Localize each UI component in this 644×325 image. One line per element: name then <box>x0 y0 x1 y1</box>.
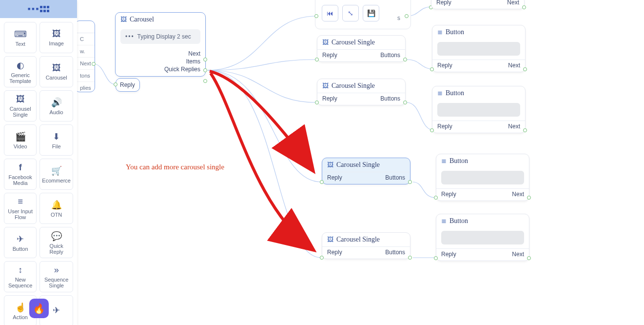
carousel-single-node-4[interactable]: 🖼Carousel Single Reply Buttons <box>322 232 410 259</box>
palette-label: File <box>52 143 61 149</box>
cs-reply: Reply <box>322 52 337 59</box>
cs-buttons: Buttons <box>385 174 405 181</box>
port[interactable] <box>92 62 96 66</box>
palette-file[interactable]: ⬇File <box>39 124 73 156</box>
button-placeholder <box>437 103 520 117</box>
cs-title: Carousel Single <box>332 82 375 90</box>
port[interactable] <box>114 82 117 86</box>
cs-reply: Reply <box>327 249 342 256</box>
button-node-2[interactable]: ≣Button Reply Next <box>432 86 526 133</box>
port[interactable] <box>434 196 438 200</box>
port-items[interactable] <box>203 68 207 72</box>
palette-image[interactable]: 🖼Image <box>39 22 73 53</box>
palette-label: Generic Template <box>6 72 34 84</box>
palette-carousel[interactable]: 🖼Carousel <box>39 56 73 87</box>
port[interactable] <box>403 101 407 104</box>
carousel-single-node-3-selected[interactable]: 🖼Carousel Single Reply Buttons <box>322 158 410 184</box>
carousel-single-node-2[interactable]: 🖼Carousel Single Reply Buttons <box>317 79 406 105</box>
port[interactable] <box>527 196 531 200</box>
palette-ecommerce[interactable]: 🛒Ecommerce <box>39 159 73 190</box>
palette-facebook-media[interactable]: fFacebook Media <box>4 159 37 190</box>
port[interactable] <box>434 256 438 260</box>
svg-rect-2 <box>47 6 49 8</box>
button-node-0[interactable]: Reply Next <box>431 0 525 9</box>
port[interactable] <box>320 180 324 184</box>
svg-rect-3 <box>40 10 42 12</box>
image-icon: 🖼 <box>322 82 329 90</box>
btn-next: Next <box>508 123 520 130</box>
annotation-text: You can add more carousel single <box>126 163 224 171</box>
palette-quick-reply[interactable]: 💬Quick Reply <box>39 227 73 258</box>
reply-mini-label: Reply <box>116 79 139 91</box>
palette-label: Carousel Single <box>6 106 34 118</box>
port[interactable] <box>527 256 531 260</box>
palette-label: Carousel <box>46 75 67 81</box>
carousel-node[interactable]: 🖼 Carousel ••• Typing Display 2 sec Next… <box>115 12 206 77</box>
port[interactable] <box>320 256 324 260</box>
svg-rect-1 <box>43 6 46 8</box>
carousel-out-items[interactable]: Items <box>120 58 200 65</box>
btn-next: Next <box>512 251 524 258</box>
cs-title: Carousel Single <box>336 161 380 169</box>
reply-mini-node[interactable]: Reply <box>116 78 140 92</box>
palette-generic-template[interactable]: ◐Generic Template <box>4 56 37 87</box>
palette-audio[interactable]: 🔊Audio <box>39 90 73 122</box>
palette-carousel-single[interactable]: 🖼Carousel Single <box>4 90 37 122</box>
button-node-3[interactable]: ≣Button Reply Next <box>436 154 529 201</box>
button-node-1[interactable]: ≣Button Reply Next <box>432 25 526 72</box>
port[interactable] <box>314 14 318 18</box>
hand-icon: ☝ <box>15 302 26 313</box>
partial-node-w: w. <box>75 45 95 58</box>
toolbar-btn-save[interactable]: 💾 <box>363 5 379 21</box>
partial-node-left[interactable]: C w. Next tons plies <box>75 20 95 92</box>
port-next[interactable] <box>203 58 207 61</box>
cart-icon: 🛒 <box>51 165 62 176</box>
list-icon: ≣ <box>441 217 447 225</box>
palette-label: Text <box>16 41 25 47</box>
flame-icon: 🔥 <box>32 302 46 315</box>
toolbar-btn-reset[interactable]: ⏮ <box>322 5 338 21</box>
palette-label: Video <box>14 143 27 149</box>
btn-reply: Reply <box>436 0 451 6</box>
cs-reply: Reply <box>327 174 342 181</box>
palette-user-input-flow[interactable]: ≡User Input Flow <box>4 193 37 224</box>
btn-title: Button <box>449 217 468 225</box>
palette-text[interactable]: ⌨Text <box>4 22 37 53</box>
help-launcher[interactable]: 🔥 <box>29 299 49 318</box>
port[interactable] <box>523 67 527 71</box>
port[interactable] <box>408 256 412 260</box>
send-icon: ✈ <box>17 234 24 244</box>
image-icon: 🖼 <box>322 39 329 46</box>
palette-new-sequence[interactable]: ↕New Sequence <box>4 261 37 292</box>
port[interactable] <box>430 128 434 132</box>
port[interactable] <box>522 5 526 9</box>
palette-video[interactable]: 🎬Video <box>4 124 37 156</box>
palette-otn[interactable]: 🔔OTN <box>39 193 73 224</box>
svg-rect-0 <box>40 6 42 8</box>
port[interactable] <box>430 67 434 71</box>
list-icon: ≣ <box>437 28 443 36</box>
carousel-out-next[interactable]: Next <box>120 50 200 58</box>
btn-next: Next <box>507 0 519 6</box>
video-icon: 🎬 <box>15 131 26 142</box>
carousel-out-qr[interactable]: Quick Replies <box>120 65 200 73</box>
port[interactable] <box>408 180 412 184</box>
palette-button[interactable]: ✈Button <box>4 227 37 258</box>
port-quickreplies[interactable] <box>203 79 207 83</box>
carousel-single-node-1[interactable]: 🖼Carousel Single Reply Buttons <box>317 35 406 62</box>
toolbar-btn-fit[interactable]: ⤡ <box>342 5 359 21</box>
port[interactable] <box>315 101 319 104</box>
port[interactable] <box>405 14 409 18</box>
plane-icon: ✈ <box>53 305 60 316</box>
port[interactable] <box>403 58 407 61</box>
port[interactable] <box>523 128 527 132</box>
toolbar-trailing: s <box>397 15 400 21</box>
palette-label: OTN <box>51 212 62 218</box>
btn-next: Next <box>508 62 520 69</box>
palette-sequence-single[interactable]: »Sequence Single <box>39 261 73 292</box>
palette-label: Audio <box>50 109 63 115</box>
port[interactable] <box>315 58 319 61</box>
sidebar-header[interactable]: ▪▪▪ <box>0 0 77 18</box>
list-icon: ≣ <box>437 89 443 97</box>
button-node-4[interactable]: ≣Button Reply Next <box>436 214 529 261</box>
